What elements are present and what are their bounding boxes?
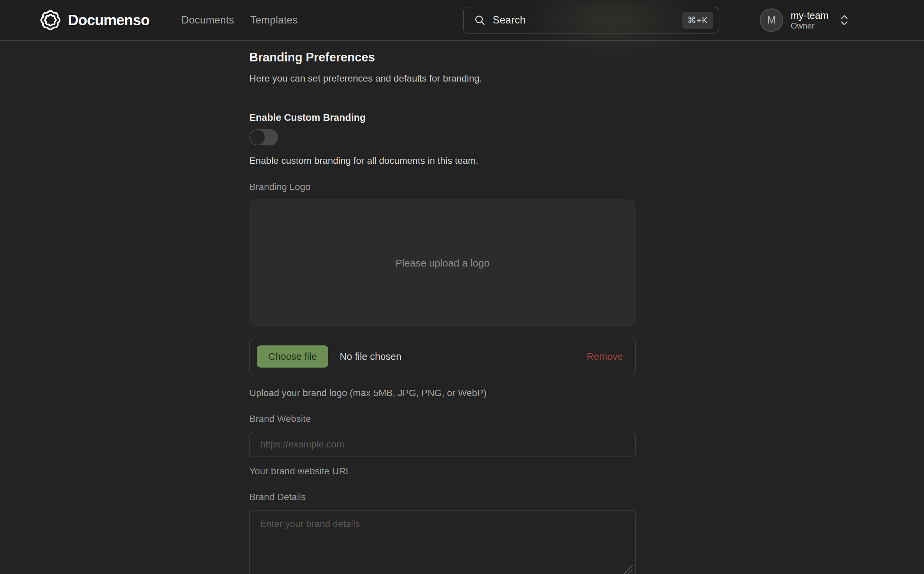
avatar-initial: M xyxy=(767,14,776,26)
brand-details-field xyxy=(249,510,636,574)
enable-custom-branding-label: Enable Custom Branding xyxy=(249,112,636,123)
website-helper-text: Your brand website URL xyxy=(249,465,636,477)
nav-link-documents[interactable]: Documents xyxy=(182,14,234,26)
branding-logo-label: Branding Logo xyxy=(249,181,636,193)
section-divider xyxy=(249,96,857,96)
page-title: Branding Preferences xyxy=(249,50,924,65)
account-text: my-team Owner xyxy=(791,10,829,30)
resize-handle-icon[interactable] xyxy=(622,564,634,574)
search-input[interactable]: Search ⌘+K xyxy=(463,7,719,33)
enable-custom-branding-toggle[interactable] xyxy=(249,129,278,145)
remove-button[interactable]: Remove xyxy=(587,351,623,362)
search-icon xyxy=(474,14,486,26)
team-role: Owner xyxy=(791,21,829,30)
main-content: Branding Preferences Here you can set pr… xyxy=(0,50,924,574)
logo-upload-area[interactable]: Please upload a logo xyxy=(249,199,636,327)
chevron-up-down-icon xyxy=(839,13,850,27)
main-nav: Documents Templates xyxy=(182,14,298,26)
brand-details-label: Brand Details xyxy=(249,491,636,503)
file-input-row: Choose file No file chosen Remove xyxy=(249,339,636,374)
avatar: M xyxy=(760,8,783,32)
branding-form: Enable Custom Branding Enable custom bra… xyxy=(249,112,636,574)
brand-logo[interactable]: Documenso xyxy=(38,8,150,32)
brand-website-input[interactable] xyxy=(249,432,636,457)
search-placeholder: Search xyxy=(492,14,525,26)
account-menu[interactable]: M my-team Owner xyxy=(760,8,850,32)
logo-helper-text: Upload your brand logo (max 5MB, JPG, PN… xyxy=(249,387,636,399)
toggle-knob xyxy=(250,130,265,145)
navbar: Documenso Documents Templates Search ⌘+K… xyxy=(0,0,924,41)
enable-custom-branding-description: Enable custom branding for all documents… xyxy=(249,155,636,167)
page-subtitle: Here you can set preferences and default… xyxy=(249,73,924,84)
logo-upload-placeholder: Please upload a logo xyxy=(396,257,490,269)
choose-file-button[interactable]: Choose file xyxy=(257,345,328,367)
team-name: my-team xyxy=(791,10,829,21)
nav-link-templates[interactable]: Templates xyxy=(250,14,298,26)
search-shortcut-badge: ⌘+K xyxy=(682,12,714,29)
brand-details-textarea[interactable] xyxy=(249,510,636,574)
file-chosen-text: No file chosen xyxy=(340,351,402,362)
brand-name: Documenso xyxy=(68,12,150,28)
documenso-logo-icon xyxy=(38,8,62,32)
brand-website-label: Brand Website xyxy=(249,413,636,425)
